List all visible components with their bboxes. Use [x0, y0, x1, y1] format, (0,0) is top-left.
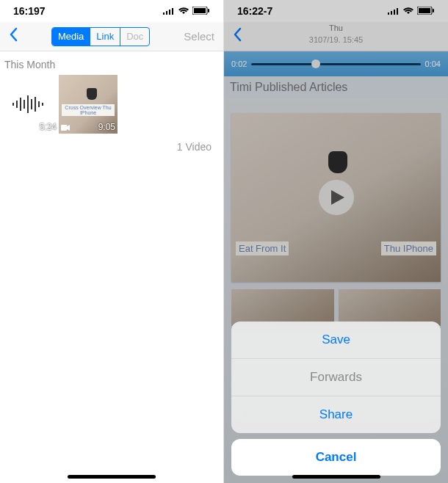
svg-rect-22 — [419, 8, 430, 13]
signal-icon — [163, 5, 175, 17]
audio-thumbnail[interactable]: 5:24 — [0, 75, 59, 134]
svg-rect-20 — [397, 8, 398, 15]
sheet-share[interactable]: Share — [231, 396, 441, 433]
status-icons — [388, 5, 435, 17]
svg-rect-23 — [433, 9, 434, 12]
status-icons — [163, 5, 210, 17]
sheet-cancel[interactable]: Cancel — [231, 439, 441, 476]
svg-rect-6 — [208, 9, 209, 12]
hero-caption-left: Eat From It — [236, 242, 289, 255]
signal-icon — [388, 5, 400, 17]
wifi-icon — [402, 5, 414, 17]
media-summary: 1 Video — [0, 134, 223, 160]
segment-doc[interactable]: Doc — [120, 28, 149, 46]
sheet-save[interactable]: Save — [231, 322, 441, 359]
svg-rect-3 — [172, 8, 173, 15]
nav-bar: Thu 3107/19. 15:45 — [224, 22, 448, 51]
nav-subtitle: 3107/19. 15:45 — [224, 35, 448, 44]
video-thumbnail[interactable]: Cross Overview Thu IPhone 9:05 — [59, 75, 118, 134]
action-sheet: Save Forwards Share Cancel — [231, 322, 441, 476]
home-indicator[interactable] — [292, 475, 380, 479]
back-button[interactable] — [6, 27, 21, 46]
scrub-remain: 0:04 — [425, 59, 441, 68]
scrub-elapsed: 0:02 — [231, 59, 247, 68]
battery-icon — [192, 5, 210, 17]
nav-bar: Media Link Doc Select — [0, 22, 223, 51]
wifi-icon — [178, 5, 189, 17]
related-tile[interactable] — [231, 289, 334, 326]
section-header: This Month — [0, 51, 223, 75]
battery-icon — [417, 5, 435, 17]
home-indicator[interactable] — [68, 475, 156, 479]
status-time: 16:22-7 — [237, 5, 272, 17]
scrub-track[interactable] — [251, 63, 420, 65]
svg-rect-2 — [169, 10, 170, 15]
svg-rect-1 — [166, 11, 167, 15]
video-icon — [61, 123, 70, 132]
back-button[interactable] — [230, 27, 245, 46]
status-bar: 16:22-7 — [224, 0, 448, 22]
apple-logo-icon — [328, 151, 347, 173]
svg-rect-5 — [194, 8, 206, 13]
play-button[interactable] — [319, 180, 354, 215]
sheet-group: Save Forwards Share — [231, 322, 441, 433]
status-time: 16:197 — [13, 5, 46, 17]
svg-rect-16 — [61, 125, 67, 131]
audio-duration: 5:24 — [40, 122, 57, 132]
nav-title: Thu — [224, 23, 448, 32]
hero-caption-right: Thu IPhone — [381, 242, 436, 255]
svg-rect-17 — [388, 12, 389, 15]
video-banner-text: Cross Overview Thu IPhone — [62, 104, 115, 116]
segment-media[interactable]: Media — [52, 28, 90, 46]
status-bar: 16:197 — [0, 0, 223, 22]
video-scrubber[interactable]: 0:02 0:04 — [224, 51, 448, 76]
svg-rect-0 — [163, 12, 165, 15]
segment-link[interactable]: Link — [90, 28, 120, 46]
article-title: Timi Published Articles — [224, 76, 448, 98]
select-button[interactable]: Select — [181, 30, 217, 43]
phone-right: 16:22-7 Thu 3107/19. 15:45 0:02 0:04 Tim… — [224, 0, 448, 483]
svg-rect-19 — [394, 10, 395, 15]
related-tile[interactable] — [339, 289, 441, 326]
media-grid: 5:24 Cross Overview Thu IPhone 9:05 — [0, 75, 223, 134]
phone-left: 16:197 Media Link Doc Select This Month … — [0, 0, 224, 483]
sheet-forwards[interactable]: Forwards — [231, 359, 441, 396]
scrub-thumb[interactable] — [311, 59, 320, 68]
segmented-control: Media Link Doc — [21, 27, 181, 46]
video-duration: 9:05 — [98, 122, 115, 132]
hero-video[interactable]: Eat From It Thu IPhone — [231, 113, 441, 282]
svg-rect-18 — [391, 11, 392, 15]
